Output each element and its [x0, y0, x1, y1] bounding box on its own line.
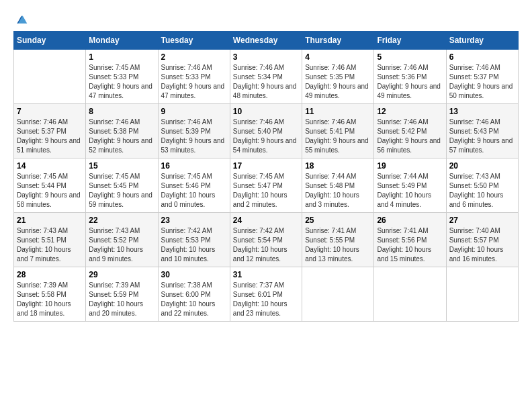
sunrise-text: Sunrise: 7:45 AM [233, 173, 284, 180]
sunset-text: Sunset: 5:33 PM [89, 73, 138, 81]
calendar-day-cell [302, 267, 374, 322]
day-number: 12 [377, 107, 443, 116]
day-info: Sunrise: 7:38 AMSunset: 6:00 PMDaylight:… [161, 281, 227, 318]
day-number: 25 [305, 216, 371, 225]
sunrise-text: Sunrise: 7:45 AM [17, 173, 68, 180]
sunrise-text: Sunrise: 7:46 AM [305, 64, 356, 71]
sunrise-text: Sunrise: 7:38 AM [161, 281, 212, 289]
calendar-day-cell: 25Sunrise: 7:41 AMSunset: 5:55 PMDayligh… [302, 213, 374, 267]
sunrise-text: Sunrise: 7:39 AM [89, 281, 140, 289]
sunrise-text: Sunrise: 7:46 AM [377, 64, 428, 71]
sunrise-text: Sunrise: 7:46 AM [89, 118, 140, 126]
calendar-day-cell: 12Sunrise: 7:46 AMSunset: 5:42 PMDayligh… [374, 104, 446, 158]
calendar-day-cell: 22Sunrise: 7:43 AMSunset: 5:52 PMDayligh… [86, 213, 158, 267]
sunset-text: Sunset: 5:40 PM [233, 128, 283, 135]
day-info: Sunrise: 7:45 AMSunset: 5:46 PMDaylight:… [161, 172, 227, 210]
day-number: 4 [305, 52, 371, 62]
day-info: Sunrise: 7:43 AMSunset: 5:52 PMDaylight:… [89, 226, 154, 264]
calendar-day-cell: 30Sunrise: 7:38 AMSunset: 6:00 PMDayligh… [158, 267, 230, 322]
day-info: Sunrise: 7:45 AMSunset: 5:33 PMDaylight:… [89, 63, 154, 101]
sunrise-text: Sunrise: 7:43 AM [89, 227, 140, 234]
calendar-day-cell: 29Sunrise: 7:39 AMSunset: 5:59 PMDayligh… [86, 267, 158, 322]
day-number: 19 [377, 161, 443, 171]
day-info: Sunrise: 7:41 AMSunset: 5:56 PMDaylight:… [377, 226, 443, 264]
calendar-week-row: 28Sunrise: 7:39 AMSunset: 5:58 PMDayligh… [14, 267, 519, 322]
sunset-text: Sunset: 5:37 PM [17, 128, 66, 135]
sunrise-text: Sunrise: 7:41 AM [305, 227, 356, 234]
sunset-text: Sunset: 5:46 PM [161, 182, 211, 189]
sunrise-text: Sunrise: 7:42 AM [161, 227, 212, 234]
sunrise-text: Sunrise: 7:46 AM [17, 118, 68, 126]
calendar-day-cell: 19Sunrise: 7:44 AMSunset: 5:49 PMDayligh… [374, 158, 446, 213]
sunset-text: Sunset: 5:37 PM [449, 73, 499, 81]
daylight-text: Daylight: 10 hours and 2 minutes. [233, 191, 287, 208]
day-info: Sunrise: 7:45 AMSunset: 5:45 PMDaylight:… [89, 172, 154, 210]
sunset-text: Sunset: 5:35 PM [305, 73, 355, 81]
day-info: Sunrise: 7:42 AMSunset: 5:54 PMDaylight:… [233, 226, 299, 264]
page-header [13, 13, 519, 24]
day-info: Sunrise: 7:46 AMSunset: 5:43 PMDaylight:… [449, 118, 515, 155]
day-info: Sunrise: 7:46 AMSunset: 5:33 PMDaylight:… [161, 63, 227, 101]
daylight-text: Daylight: 10 hours and 12 minutes. [233, 246, 287, 263]
day-info: Sunrise: 7:46 AMSunset: 5:37 PMDaylight:… [17, 118, 83, 155]
day-info: Sunrise: 7:43 AMSunset: 5:51 PMDaylight:… [17, 226, 83, 264]
weekday-header-thursday: Thursday [302, 32, 374, 50]
sunset-text: Sunset: 5:42 PM [377, 128, 427, 135]
day-number: 24 [233, 216, 299, 225]
sunrise-text: Sunrise: 7:45 AM [89, 64, 140, 71]
weekday-header-wednesday: Wednesday [230, 32, 302, 50]
sunset-text: Sunset: 5:36 PM [377, 73, 427, 81]
day-number: 6 [449, 52, 515, 62]
daylight-text: Daylight: 9 hours and 49 minutes. [305, 83, 369, 99]
day-info: Sunrise: 7:45 AMSunset: 5:44 PMDaylight:… [17, 172, 83, 210]
daylight-text: Daylight: 9 hours and 52 minutes. [89, 137, 152, 154]
calendar-day-cell: 13Sunrise: 7:46 AMSunset: 5:43 PMDayligh… [446, 104, 518, 158]
calendar-day-cell: 14Sunrise: 7:45 AMSunset: 5:44 PMDayligh… [14, 158, 86, 213]
sunset-text: Sunset: 5:59 PM [89, 291, 138, 298]
sunrise-text: Sunrise: 7:41 AM [377, 227, 428, 234]
sunset-text: Sunset: 5:58 PM [17, 291, 66, 298]
logo [13, 13, 28, 24]
daylight-text: Daylight: 10 hours and 7 minutes. [17, 246, 71, 263]
daylight-text: Daylight: 10 hours and 22 minutes. [161, 300, 216, 317]
daylight-text: Daylight: 10 hours and 10 minutes. [161, 246, 216, 263]
sunset-text: Sunset: 5:49 PM [377, 182, 427, 189]
day-info: Sunrise: 7:46 AMSunset: 5:41 PMDaylight:… [305, 118, 371, 155]
sunset-text: Sunset: 6:01 PM [233, 291, 283, 298]
sunset-text: Sunset: 5:50 PM [449, 182, 499, 189]
weekday-header-friday: Friday [374, 32, 446, 50]
sunset-text: Sunset: 5:48 PM [305, 182, 355, 189]
calendar-day-cell: 2Sunrise: 7:46 AMSunset: 5:33 PMDaylight… [158, 50, 230, 104]
sunset-text: Sunset: 5:53 PM [161, 236, 211, 244]
calendar-day-cell: 28Sunrise: 7:39 AMSunset: 5:58 PMDayligh… [14, 267, 86, 322]
sunrise-text: Sunrise: 7:37 AM [233, 281, 284, 289]
day-number: 8 [89, 107, 154, 116]
day-info: Sunrise: 7:46 AMSunset: 5:39 PMDaylight:… [161, 118, 227, 155]
sunset-text: Sunset: 5:56 PM [377, 236, 427, 244]
day-info: Sunrise: 7:39 AMSunset: 5:58 PMDaylight:… [17, 281, 83, 318]
day-number: 18 [305, 161, 371, 171]
day-info: Sunrise: 7:45 AMSunset: 5:47 PMDaylight:… [233, 172, 299, 210]
day-info: Sunrise: 7:46 AMSunset: 5:37 PMDaylight:… [449, 63, 515, 101]
day-number: 16 [161, 161, 227, 171]
day-number: 28 [17, 270, 83, 279]
calendar-week-row: 21Sunrise: 7:43 AMSunset: 5:51 PMDayligh… [14, 213, 519, 267]
day-info: Sunrise: 7:46 AMSunset: 5:35 PMDaylight:… [305, 63, 371, 101]
calendar-day-cell: 3Sunrise: 7:46 AMSunset: 5:34 PMDaylight… [230, 50, 302, 104]
calendar-week-row: 14Sunrise: 7:45 AMSunset: 5:44 PMDayligh… [14, 158, 519, 213]
calendar-week-row: 1Sunrise: 7:45 AMSunset: 5:33 PMDaylight… [14, 50, 519, 104]
day-number: 15 [89, 161, 154, 171]
sunset-text: Sunset: 5:44 PM [17, 182, 66, 189]
daylight-text: Daylight: 9 hours and 54 minutes. [233, 137, 297, 154]
sunset-text: Sunset: 5:51 PM [17, 236, 66, 244]
day-number: 29 [89, 270, 154, 279]
calendar-day-cell: 15Sunrise: 7:45 AMSunset: 5:45 PMDayligh… [86, 158, 158, 213]
sunrise-text: Sunrise: 7:46 AM [233, 118, 284, 126]
day-number: 11 [305, 107, 371, 116]
day-info: Sunrise: 7:44 AMSunset: 5:48 PMDaylight:… [305, 172, 371, 210]
sunset-text: Sunset: 5:47 PM [233, 182, 283, 189]
daylight-text: Daylight: 9 hours and 51 minutes. [17, 137, 81, 154]
calendar-day-cell [374, 267, 446, 322]
day-info: Sunrise: 7:42 AMSunset: 5:53 PMDaylight:… [161, 226, 227, 264]
calendar-table: SundayMondayTuesdayWednesdayThursdayFrid… [13, 31, 519, 322]
